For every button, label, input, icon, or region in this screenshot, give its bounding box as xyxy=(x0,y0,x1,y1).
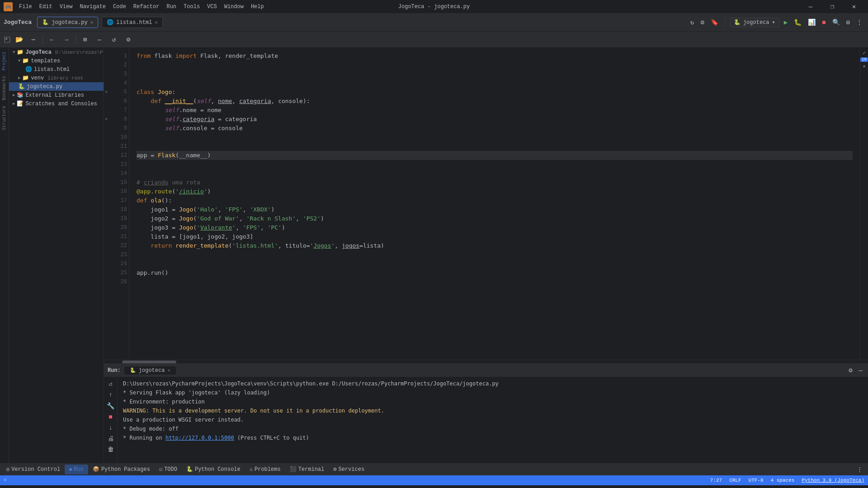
tab-close-jogoteca[interactable]: ✕ xyxy=(90,19,94,25)
menu-edit[interactable]: Edit xyxy=(36,2,56,12)
menu-navigate[interactable]: Navigate xyxy=(76,2,109,12)
run-tab-close-icon[interactable]: ✕ xyxy=(167,367,170,373)
run-rerun-button[interactable]: ↺ xyxy=(108,379,113,389)
search-button[interactable]: 🔍 xyxy=(830,17,842,28)
line-num-18: 18 xyxy=(104,205,127,214)
editor-scrollbar[interactable] xyxy=(104,360,868,363)
code-line-4 xyxy=(137,79,853,88)
version-control-label: Version Control xyxy=(11,466,60,473)
menu-code[interactable]: Code xyxy=(109,2,130,12)
refresh-button[interactable]: ↻ xyxy=(689,17,696,28)
right-gutter: ✓ 10 ▲ xyxy=(860,48,868,360)
close-button[interactable]: ✕ xyxy=(844,0,864,14)
problems-label: Problems xyxy=(255,466,281,473)
run-output: D:\Users\rozas\PycharmProjects\JogoTeca\… xyxy=(118,377,868,463)
minimize-button[interactable]: — xyxy=(800,0,821,14)
run-print-button[interactable]: 🖨 xyxy=(107,434,115,443)
python-console-label: Python Console xyxy=(195,466,241,473)
code-line-20: jogo3 = Jogo('Valorante', 'FPS', 'PC') xyxy=(137,223,853,232)
code-editor[interactable]: 1 2 3 4 5 ● 6 7 8 ● 9 10 11 12 13 14 15 … xyxy=(104,48,868,360)
run-settings-button[interactable]: ⚙ xyxy=(847,366,854,375)
root-label: JogoTeca xyxy=(25,49,52,56)
stop-button[interactable]: ■ xyxy=(820,17,827,28)
line-num-21: 21 xyxy=(104,232,127,241)
maximize-button[interactable]: ❐ xyxy=(822,0,843,14)
line-num-3: 3 xyxy=(104,70,127,79)
settings-button[interactable]: ⚙ xyxy=(844,17,852,28)
menu-help[interactable]: Help xyxy=(247,2,268,12)
toolbar-forward-button[interactable]: → xyxy=(60,33,73,46)
code-line-12: app = Flask(__name__) xyxy=(137,151,853,160)
root-icon: 📁 xyxy=(17,49,24,56)
bookmark-button[interactable]: 🔖 xyxy=(709,17,720,28)
tab-todo[interactable]: ☑ TODO xyxy=(155,464,182,474)
tab-version-control[interactable]: ◎ Version Control xyxy=(2,464,65,474)
runner-select[interactable]: 🐍 jogoteca ▾ xyxy=(730,18,779,27)
run-scroll-top-button[interactable]: ↑ xyxy=(108,390,113,399)
run-tab-jogoteca[interactable]: 🐍 jogoteca ✕ xyxy=(124,366,176,375)
project-panel-icon[interactable]: Project xyxy=(1,50,8,72)
tree-scratches[interactable]: ▶ 📝 Scratches and Consoles xyxy=(9,99,104,108)
scroll-up-arrow[interactable]: ▲ xyxy=(863,64,865,69)
debug-button[interactable]: 🐛 xyxy=(792,17,803,28)
jogoteca-py-label: jogoteca.py xyxy=(27,84,62,90)
menu-window[interactable]: Window xyxy=(221,2,247,12)
line-num-1: 1 xyxy=(104,52,127,61)
problems-icon: ⚠ xyxy=(250,466,253,473)
tab-terminal[interactable]: ⬛ Terminal xyxy=(285,464,329,474)
run-url-link[interactable]: http://127.0.0.1:5000 xyxy=(165,435,234,441)
menu-vcs[interactable]: VCS xyxy=(203,2,221,12)
tab-run[interactable]: Run xyxy=(65,465,88,474)
toolbar-collapse-button[interactable]: — xyxy=(93,33,106,46)
tree-listas-html[interactable]: 🌐 listas.html xyxy=(9,65,104,74)
tree-jogoteca-py[interactable]: 🐍 jogoteca.py xyxy=(9,82,104,91)
more-button[interactable]: ⋮ xyxy=(854,17,864,28)
tree-root-jogoteca[interactable]: ▼ 📁 JogoTeca D:\Users\rozas\P xyxy=(9,48,104,56)
tree-templates-folder[interactable]: ▼ 📁 templates xyxy=(9,56,104,65)
menu-view[interactable]: View xyxy=(56,2,76,12)
tab-python-packages[interactable]: 📦 Python Packages xyxy=(88,464,155,474)
ext-lib-label: External Libraries xyxy=(25,92,84,99)
code-line-24 xyxy=(137,259,853,268)
structure-button[interactable]: ⚙ xyxy=(698,17,706,28)
code-line-10 xyxy=(137,133,853,142)
tree-external-libraries[interactable]: ▶ 📚 External Libraries xyxy=(9,91,104,99)
menu-refactor[interactable]: Refactor xyxy=(130,2,163,12)
todo-icon: ☑ xyxy=(159,466,162,473)
toolbar-refresh-tree-button[interactable]: ↺ xyxy=(108,33,120,46)
toolbar-dots[interactable]: ⋯ xyxy=(27,33,40,46)
tab-jogoteca-py[interactable]: 🐍 jogoteca.py ✕ xyxy=(37,17,98,28)
run-minimize-button[interactable]: — xyxy=(857,366,864,375)
bottom-more-button[interactable]: ⋮ xyxy=(853,464,866,475)
code-content[interactable]: from flask import Flask, render_template… xyxy=(129,48,860,360)
coverage-button[interactable]: 📊 xyxy=(806,17,817,28)
code-line-1: from flask import Flask, render_template xyxy=(137,52,853,61)
structure-panel-icon[interactable]: Structure xyxy=(1,104,8,132)
toolbar-expand-button[interactable]: ⊞ xyxy=(79,33,91,46)
line-num-10: 10 xyxy=(104,133,127,142)
run-clear-button[interactable]: 🗑 xyxy=(107,445,115,454)
code-line-18: jogo1 = Jogo('Halo', 'FPS', 'XBOX') xyxy=(137,205,853,214)
run-tools-button[interactable]: 🔧 xyxy=(106,401,115,411)
tab-services[interactable]: ⚙ Services xyxy=(329,464,369,474)
toolbar-back-button[interactable]: ← xyxy=(46,33,58,46)
tree-venv-folder[interactable]: ▶ 📁 venv library root xyxy=(9,74,104,82)
run-scroll-down-button[interactable]: ↓ xyxy=(108,423,113,432)
line-num-8: 8 ● xyxy=(104,115,127,124)
tab-listas-html[interactable]: 🌐 listas.html ✕ xyxy=(102,17,163,28)
run-stop-button[interactable]: ■ xyxy=(108,413,113,422)
error-check-icon: ✓ xyxy=(863,50,866,56)
tab-python-console[interactable]: 🐍 Python Console xyxy=(182,464,245,474)
menu-run[interactable]: Run xyxy=(163,2,180,12)
line-num-26: 26 xyxy=(104,277,127,286)
tab-close-listas[interactable]: ✕ xyxy=(155,19,158,25)
terminal-icon: ⬛ xyxy=(290,466,297,473)
menu-file[interactable]: File xyxy=(15,2,36,12)
bookmarks-panel-icon[interactable]: Bookmarks xyxy=(1,74,8,102)
menu-tools[interactable]: Tools xyxy=(180,2,203,12)
run-project-button[interactable]: ▶ xyxy=(782,17,789,28)
toolbar-settings-tree-button[interactable]: ⚙ xyxy=(122,33,135,46)
toolbar-open-button[interactable]: 📂 xyxy=(13,33,25,46)
line-num-22: 22 xyxy=(104,241,127,250)
tab-problems[interactable]: ⚠ Problems xyxy=(245,464,285,474)
